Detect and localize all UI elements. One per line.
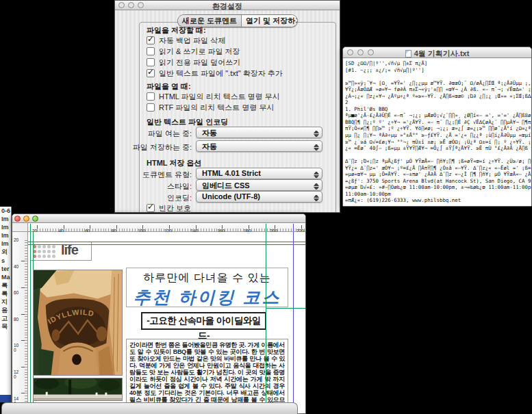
headline-line1: 하루만에 다녀올 수 있는 (127, 271, 288, 285)
dialog-titlebar[interactable]: 환경설정 (115, 1, 340, 10)
txt-window-title: 4월 기획기사.txt (343, 49, 531, 59)
popup-label: 도큐멘트 유형: (142, 170, 192, 180)
popup-arrows-icon (314, 181, 319, 192)
forest-photo-art (34, 378, 122, 400)
popup-label: 파일 여는 중: (148, 129, 192, 139)
list-item[interactable]: Im (0, 231, 11, 240)
headline-text-frame[interactable]: 하루만에 다녀올 수 있는 추천 하이킹 코스 (126, 268, 288, 307)
popup-label: 스타일: (167, 181, 192, 192)
encoding-popups: 파일 여는 중: 자동 파일 저장하는 중: 자동 (115, 127, 340, 154)
blue-guide-vertical[interactable] (293, 232, 294, 413)
popup-button[interactable]: HTML 4.01 Strict (196, 168, 322, 179)
margin-guide-vertical[interactable] (30, 232, 31, 413)
carving-photo[interactable]: IDYLLWILD (33, 270, 123, 376)
popup-button[interactable]: 자동 (196, 140, 322, 152)
forest-photo[interactable] (33, 378, 123, 401)
bottom-window-titlebar[interactable] (1, 402, 298, 414)
layout-window: 20406080100120140160180200220 2040608010… (12, 214, 306, 414)
list-item[interactable]: 고 (0, 314, 11, 322)
list-item[interactable]: Im (0, 215, 11, 223)
text-content-area[interactable]: [SD ¿ΩΩ/∏|º'',√ñ√µ ∏±Σ π¿Å] [#1. ~¿¡¡ ±¿… (343, 58, 531, 206)
list-item[interactable]: ter (0, 265, 11, 273)
popup-button[interactable]: 자동 (196, 127, 322, 138)
text-editor-window: 4월 기획기사.txt [SD ¿ΩΩ/∏|º'',√ñ√µ ∏±Σ π¿Å] … (342, 47, 532, 207)
masthead-dots-icon (33, 245, 60, 259)
text-content[interactable]: [SD ¿ΩΩ/∏|º'',√ñ√µ ∏±Σ π¿Å] [#1. ~¿¡¡ ±¿… (345, 60, 531, 204)
popup-button[interactable]: 임베디드 CSS (196, 179, 322, 191)
popup-arrows-icon (314, 170, 319, 180)
checkbox-row[interactable]: 읽기 전용 파일 덮어쓰기 (147, 57, 283, 68)
checkbox[interactable]: ✓ (147, 36, 155, 44)
popup-button[interactable]: Unicode (UTF-8) (196, 191, 322, 203)
popup-arrows-icon (314, 193, 319, 203)
list-item[interactable]: Ma (0, 273, 11, 281)
subtitle-frame[interactable]: -고요한 산속마을 아이딜와일드- (141, 312, 266, 330)
checkbox-label: RTF 파일의 리치 텍스트 명령 무시 (159, 103, 274, 113)
section-save-header: 파일을 저장할 때: (147, 25, 206, 36)
txt-titlebar[interactable]: 4월 기획기사.txt (343, 47, 531, 58)
margin-guide-horizontal[interactable] (28, 242, 305, 242)
checkbox-row[interactable]: 읽기 & 쓰기로 파일 저장 (147, 46, 283, 57)
section-open-header: 파일을 열 때: (147, 81, 191, 92)
save-checkboxes: ✓ 자동 백업 파일 삭제 읽기 & 쓰기로 파일 저장 읽기 전용 파일 덮어… (147, 35, 283, 79)
popup-label: 인코딩: (167, 193, 192, 203)
checkbox[interactable]: ✓ (147, 69, 155, 77)
zoom-button[interactable] (32, 216, 38, 222)
checkbox-label: 읽기 전용 파일 덮어쓰기 (159, 57, 240, 68)
checkbox[interactable]: ✓ (147, 204, 155, 212)
list-item[interactable]: 록 (0, 289, 11, 298)
checkbox-row[interactable]: ✓ 빈칸 보호 (147, 203, 191, 213)
list-item[interactable]: 지 (0, 298, 11, 306)
checkbox[interactable] (147, 103, 155, 112)
guide-horizontal-short[interactable] (266, 308, 305, 309)
list-item[interactable]: 록 (0, 281, 11, 289)
body-text-frame[interactable]: 간이라면 한번 쯤은 들어봤을민큼 유명한 곳. 가게 이름에서도 알 수 있듯… (126, 339, 288, 404)
vertical-ruler: 20406080100120140 (12, 232, 28, 413)
checkbox[interactable] (147, 47, 155, 55)
column-guide-vertical[interactable] (266, 232, 266, 413)
horizontal-ruler: 20406080100120140160180200220 (28, 223, 305, 232)
list-item[interactable]: Im (0, 223, 11, 231)
guide-tick (293, 224, 294, 231)
checkbox-label: 빈칸 보호 (159, 203, 191, 214)
checkbox-label: HTML 파일의 리치 텍스트 명령 무시 (159, 92, 280, 102)
popup-label: 파일 저장하는 중: (133, 142, 192, 153)
list-item[interactable]: 외 (0, 248, 11, 256)
close-button[interactable] (14, 216, 21, 222)
list-item[interactable]: 0-6 (0, 207, 11, 215)
headline-line2: 추천 하이킹 코스 (127, 286, 288, 309)
layout-titlebar[interactable] (12, 214, 305, 223)
margin-guide-horizontal[interactable] (28, 244, 305, 245)
minimize-button[interactable] (23, 216, 29, 222)
popup-arrows-icon (314, 129, 319, 139)
list-item[interactable]: s (0, 257, 11, 265)
open-checkboxes: HTML 파일의 리치 텍스트 명령 무시 RTF 파일의 리치 텍스트 명령 … (147, 91, 280, 113)
checkbox[interactable] (147, 92, 155, 101)
preferences-dialog: 환경설정 새로운 도큐멘트 열기 및 저장하기 파일을 저장할 때: ✓ 자동 … (114, 0, 340, 213)
guide-tick (30, 224, 31, 231)
section-html-header: HTML 저장 옵션 (147, 158, 201, 168)
checkbox-row[interactable]: ✓ 자동 백업 파일 삭제 (147, 35, 283, 46)
carving-photo-art: IDYLLWILD (34, 270, 122, 375)
body-text: 간이라면 한번 쯤은 들어봤을민큼 유명한 곳. 가게 이름에서도 알 수 있듯… (129, 341, 285, 404)
checkbox[interactable] (147, 58, 155, 66)
checkbox-label: 자동 백업 파일 삭제 (159, 36, 225, 46)
popup-arrows-icon (314, 142, 319, 153)
list-item-selected[interactable] (0, 395, 12, 402)
checkbox-label: 읽기 & 쓰기로 파일 저장 (159, 47, 240, 57)
checkbox-row[interactable]: ✓ 일반 텍스트 파일에 ".txt" 확장자 추가 (147, 68, 283, 79)
tab-open-and-save[interactable]: 열기 및 저장하기 (241, 15, 298, 27)
html-popups: 도큐멘트 유형: HTML 4.01 Strict 스타일: 임베디드 CSS (115, 168, 340, 203)
checkbox-row[interactable]: RTF 파일의 리치 텍스트 명령 무시 (147, 102, 280, 113)
list-item[interactable]: Im (0, 240, 11, 248)
guide-tick (266, 224, 266, 231)
vertical-ruler-numbers: 20406080100120140 (14, 237, 19, 414)
preserve-blank-checkbox-wrap: ✓ 빈칸 보호 (147, 203, 191, 213)
ruler-corner (12, 223, 28, 232)
list-item[interactable]: 움 (0, 306, 11, 314)
dialog-title: 환경설정 (115, 1, 340, 12)
list-item[interactable]: 목 (0, 322, 11, 331)
background-list-window: 0-6ImImImIm외sterMa록록지움고목 (0, 207, 12, 402)
document-icon (405, 50, 411, 57)
checkbox-row[interactable]: HTML 파일의 리치 텍스트 명령 무시 (147, 91, 280, 102)
